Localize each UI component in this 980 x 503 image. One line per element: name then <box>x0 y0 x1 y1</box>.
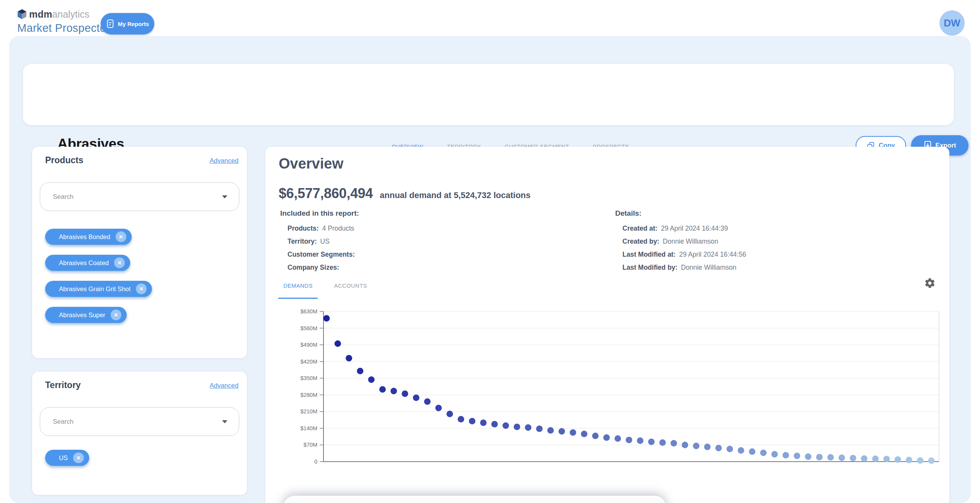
chip-remove-icon[interactable]: ✕ <box>136 283 147 294</box>
products-advanced-link[interactable]: Advanced <box>209 157 238 165</box>
app-header: mdmanalytics Market Prospector My Report… <box>0 0 980 36</box>
tab-accounts[interactable]: ACCOUNTS <box>329 280 372 299</box>
chart-tabs: DEMANDS ACCOUNTS <box>278 280 372 299</box>
svg-text:$280M: $280M <box>301 392 317 398</box>
chip-abrasives-grain-grit-shot[interactable]: Abrasives Grain Grit Shot ✕ <box>45 281 152 297</box>
svg-text:$490M: $490M <box>301 342 317 348</box>
svg-text:$140M: $140M <box>301 425 317 431</box>
territory-panel: Territory Advanced US ✕ <box>32 372 247 495</box>
chip-us[interactable]: US ✕ <box>45 450 89 466</box>
products-panel-title: Products <box>45 155 83 165</box>
details-row-modified-at: Last Modified at: 29 April 2024 16:44:56 <box>622 248 746 261</box>
included-title: Included in this report: <box>280 209 359 218</box>
my-reports-button[interactable]: My Reports <box>101 13 154 34</box>
tab-demands[interactable]: DEMANDS <box>278 280 318 299</box>
products-search-input[interactable] <box>40 183 222 211</box>
gear-icon <box>924 277 936 289</box>
svg-text:$350M: $350M <box>301 375 317 381</box>
chip-label: Abrasives Grain Grit Shot <box>59 285 131 293</box>
included-row-products: Products: 4 Products <box>287 222 359 235</box>
brand-name-light: analytics <box>52 9 89 20</box>
products-chip-list: Abrasives Bonded ✕ Abrasives Coated ✕ Ab… <box>45 229 152 323</box>
details-block: Details: Created at: 29 April 2024 16:44… <box>615 209 746 274</box>
products-search-box <box>40 182 239 211</box>
brand-name-bold: mdm <box>29 9 52 20</box>
chip-remove-icon[interactable]: ✕ <box>73 452 84 463</box>
chip-abrasives-coated[interactable]: Abrasives Coated ✕ <box>45 255 130 271</box>
annual-demand-amount: $6,577,860,494 <box>279 185 373 202</box>
chip-label: Abrasives Super <box>59 311 105 319</box>
svg-text:$210M: $210M <box>301 408 317 415</box>
cube-logo-icon <box>17 9 27 20</box>
details-row-created-by: Created by: Donnie Williamson <box>622 235 746 248</box>
report-document-icon <box>106 19 114 29</box>
chip-abrasives-bonded[interactable]: Abrasives Bonded ✕ <box>45 229 132 245</box>
details-title: Details: <box>615 209 746 218</box>
chip-abrasives-super[interactable]: Abrasives Super ✕ <box>45 307 127 323</box>
svg-text:$560M: $560M <box>301 325 317 331</box>
included-row-company-sizes: Company Sizes: <box>287 261 359 274</box>
chip-label: Abrasives Bonded <box>59 233 110 241</box>
avatar[interactable]: DW <box>939 10 965 36</box>
territory-panel-title: Territory <box>45 380 81 390</box>
demand-scatter-chart: $630M$560M$490M$420M$350M$280M$210M$140M… <box>301 308 944 465</box>
included-row-territory: Territory: US <box>287 235 359 248</box>
included-row-customer-segments: Customer Segments: <box>287 248 359 261</box>
included-in-report-block: Included in this report: Products: 4 Pro… <box>280 209 359 274</box>
report-header-card: Abrasives Keep track and inspect your re… <box>23 64 954 125</box>
chip-remove-icon[interactable]: ✕ <box>111 310 121 320</box>
territory-advanced-link[interactable]: Advanced <box>209 382 238 390</box>
chip-label: US <box>59 454 68 462</box>
products-panel: Products Advanced Abrasives Bonded ✕ Abr… <box>32 147 247 358</box>
svg-text:$630M: $630M <box>301 308 317 315</box>
territory-dropdown-caret-icon[interactable] <box>222 420 227 423</box>
svg-text:0: 0 <box>314 459 317 465</box>
chip-label: Abrasives Coated <box>59 259 109 267</box>
chip-remove-icon[interactable]: ✕ <box>114 257 125 268</box>
products-dropdown-caret-icon[interactable] <box>222 195 227 198</box>
annual-demand-summary: $6,577,860,494 annual demand at 5,524,73… <box>279 185 531 202</box>
cutoff-popup-shadow <box>283 496 666 503</box>
svg-text:$70M: $70M <box>304 442 317 448</box>
product-name: Market Prospector <box>17 22 110 34</box>
overview-heading: Overview <box>279 156 343 172</box>
brand-logo: mdmanalytics Market Prospector <box>17 9 110 34</box>
territory-search-input[interactable] <box>40 408 222 436</box>
chart-settings-button[interactable] <box>924 277 936 290</box>
territory-search-box <box>40 407 239 436</box>
my-reports-label: My Reports <box>118 21 149 27</box>
details-row-created-at: Created at: 29 April 2024 16:44:39 <box>622 222 746 235</box>
chip-remove-icon[interactable]: ✕ <box>116 231 126 242</box>
details-row-modified-by: Last Modified by: Donnie Williamson <box>622 261 746 274</box>
svg-text:$420M: $420M <box>301 359 317 365</box>
annual-demand-caption: annual demand at 5,524,732 locations <box>380 190 531 200</box>
territory-chip-list: US ✕ <box>45 450 89 466</box>
